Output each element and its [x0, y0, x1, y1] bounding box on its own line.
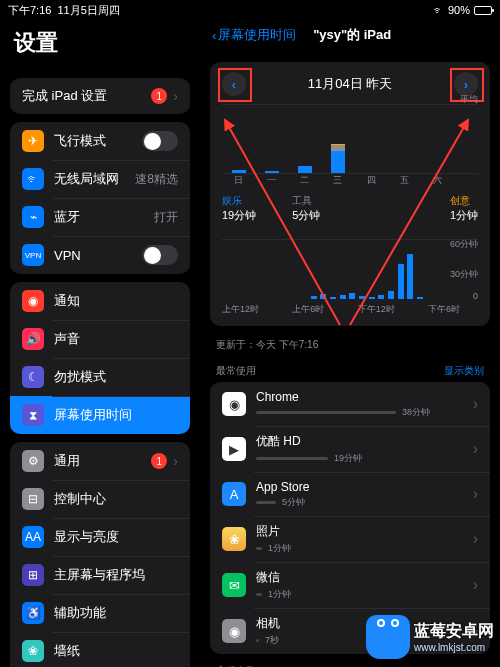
ylabel-30: 30分钟 — [450, 268, 478, 281]
app-duration: 7秒 — [265, 634, 279, 647]
connectivity-icon-3: VPN — [22, 244, 44, 266]
ylabel-60: 60分钟 — [450, 238, 478, 251]
chevron-right-icon: › — [473, 576, 478, 594]
hourly-bar — [369, 297, 375, 299]
updated-label: 更新于：今天 下午7:16 — [200, 334, 500, 356]
app-icon: A — [222, 482, 246, 506]
app-name: 照片 — [256, 523, 473, 540]
app-row-0[interactable]: ◉Chrome38分钟› — [210, 382, 490, 426]
row-label: 控制中心 — [54, 490, 178, 508]
row-label: 通用 — [54, 452, 151, 470]
chevron-left-icon: ‹ — [212, 28, 216, 43]
sidebar-item-connectivity-0[interactable]: ✈飞行模式 — [10, 122, 190, 160]
app-icon: ◉ — [222, 619, 246, 643]
app-row-4[interactable]: ✉微信1分钟› — [210, 562, 490, 608]
day-label: 四 — [367, 174, 376, 187]
row-label: VPN — [54, 248, 142, 263]
finish-setup-label: 完成 iPad 设置 — [22, 87, 151, 105]
sidebar-item-notifications-0[interactable]: ◉通知 — [10, 282, 190, 320]
category-1: 工具5分钟 — [292, 194, 320, 223]
sidebar-item-connectivity-3[interactable]: VPNVPN — [10, 236, 190, 274]
day-label: 五 — [400, 174, 409, 187]
hourly-bar — [311, 296, 317, 299]
sidebar-item-notifications-3[interactable]: ⧗屏幕使用时间 — [10, 396, 190, 434]
weekly-bar — [265, 171, 279, 173]
toggle[interactable] — [142, 245, 178, 265]
category-2: 创意1分钟 — [450, 194, 478, 223]
row-label: 屏幕使用时间 — [54, 406, 178, 424]
app-row-2[interactable]: AApp Store5分钟› — [210, 472, 490, 516]
sidebar-item-general-4[interactable]: ♿辅助功能 — [10, 594, 190, 632]
hourly-bar — [388, 291, 394, 299]
usage-bar — [256, 639, 259, 642]
usage-bar — [256, 411, 396, 414]
sidebar-item-general-1[interactable]: ⊟控制中心 — [10, 480, 190, 518]
hourly-bar — [320, 294, 326, 299]
hour-label: 上午12时 — [222, 303, 259, 316]
hourly-bar — [330, 297, 336, 299]
status-date: 11月5日周四 — [57, 3, 119, 18]
app-row-3[interactable]: ❀照片1分钟› — [210, 516, 490, 562]
row-label: 通知 — [54, 292, 178, 310]
weekly-chart: 平均 日一二三四五六 — [222, 104, 478, 174]
sidebar-item-connectivity-1[interactable]: ᯤ无线局域网速8精选 — [10, 160, 190, 198]
notifications-icon-3: ⧗ — [22, 404, 44, 426]
badge: 1 — [151, 88, 167, 104]
watermark-name: 蓝莓安卓网 — [414, 621, 494, 642]
watermark-url: www.lmkjst.com — [414, 642, 494, 653]
row-label: 主屏幕与程序坞 — [54, 566, 178, 584]
chevron-right-icon: › — [173, 453, 178, 469]
hourly-bar — [359, 296, 365, 299]
weekly-bar — [232, 170, 246, 174]
general-icon-4: ♿ — [22, 602, 44, 624]
usage-bar — [256, 593, 262, 596]
row-label: 辅助功能 — [54, 604, 178, 622]
back-label: 屏幕使用时间 — [218, 26, 296, 44]
toggle[interactable] — [142, 131, 178, 151]
usage-bar — [256, 547, 262, 550]
ylabel-0: 0 — [473, 291, 478, 301]
day-label: 二 — [300, 174, 309, 187]
app-name: Chrome — [256, 390, 473, 404]
app-duration: 5分钟 — [282, 496, 305, 509]
general-icon-5: ❀ — [22, 640, 44, 662]
badge: 1 — [151, 453, 167, 469]
hourly-bar — [378, 295, 384, 299]
battery-icon — [474, 6, 492, 15]
sidebar-title: 设置 — [0, 22, 200, 70]
hourly-bar — [340, 295, 346, 299]
row-label: 显示与亮度 — [54, 528, 178, 546]
app-icon: ❀ — [222, 527, 246, 551]
app-row-1[interactable]: ▶优酷 HD19分钟› — [210, 426, 490, 472]
connectivity-icon-2: ⌁ — [22, 206, 44, 228]
sidebar-item-notifications-2[interactable]: ☾勿扰模式 — [10, 358, 190, 396]
hourly-chart: 60分钟 30分钟 0 — [222, 239, 478, 299]
back-button[interactable]: ‹ 屏幕使用时间 — [212, 26, 296, 44]
app-duration: 19分钟 — [334, 452, 362, 465]
page-title: "ysy"的 iPad — [313, 26, 391, 44]
avg-label: 平均 — [460, 93, 478, 106]
category-0: 娱乐19分钟 — [222, 194, 256, 223]
hour-label: 上午6时 — [292, 303, 324, 316]
finish-setup-row[interactable]: 完成 iPad 设置 1 › — [10, 78, 190, 114]
battery-percent: 90% — [448, 4, 470, 16]
sidebar-item-general-0[interactable]: ⚙通用1› — [10, 442, 190, 480]
sidebar-item-connectivity-2[interactable]: ⌁蓝牙打开 — [10, 198, 190, 236]
app-icon: ◉ — [222, 392, 246, 416]
row-label: 蓝牙 — [54, 208, 154, 226]
annotation-box-left — [218, 68, 252, 102]
hour-label: 下午6时 — [428, 303, 460, 316]
most-used-list: ◉Chrome38分钟›▶优酷 HD19分钟›AApp Store5分钟›❀照片… — [210, 382, 490, 654]
usage-bar — [256, 457, 328, 460]
app-duration: 1分钟 — [268, 588, 291, 601]
sidebar-item-general-3[interactable]: ⊞主屏幕与程序坞 — [10, 556, 190, 594]
connectivity-icon-1: ᯤ — [22, 168, 44, 190]
chevron-right-icon: › — [473, 395, 478, 413]
settings-sidebar: 设置 完成 iPad 设置 1 › ✈飞行模式ᯤ无线局域网速8精选⌁蓝牙打开VP… — [0, 0, 200, 667]
row-detail: 打开 — [154, 209, 178, 226]
show-categories-button[interactable]: 显示类别 — [444, 364, 484, 378]
chart-date: 11月04日 昨天 — [308, 75, 393, 93]
sidebar-item-general-2[interactable]: AA显示与亮度 — [10, 518, 190, 556]
sidebar-item-general-5[interactable]: ❀墙纸 — [10, 632, 190, 667]
sidebar-item-notifications-1[interactable]: 🔊声音 — [10, 320, 190, 358]
